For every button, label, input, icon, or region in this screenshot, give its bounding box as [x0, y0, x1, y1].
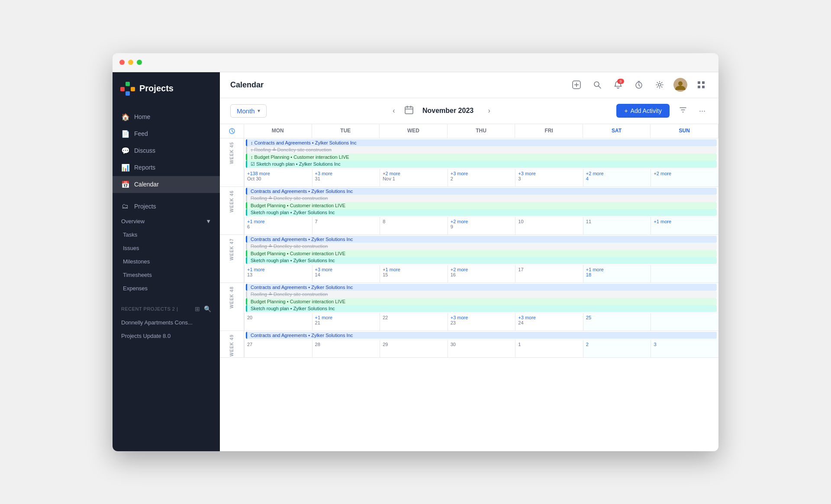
day-31[interactable]: +3 more 31	[312, 169, 380, 186]
day-5[interactable]: +2 more	[651, 169, 718, 186]
search-button[interactable]	[590, 78, 604, 92]
day-9[interactable]: +2 more 9	[448, 217, 515, 234]
notification-button[interactable]: 9	[611, 78, 625, 92]
day-12[interactable]: +1 more	[651, 217, 718, 234]
event-contracts-2[interactable]: Contracts and Agreements • Zylker Soluti…	[246, 188, 717, 195]
sidebar-item-reports[interactable]: 📊 Reports	[113, 159, 220, 176]
filter-icon[interactable]: ⊞	[195, 305, 200, 312]
day-27[interactable]: 27	[244, 340, 312, 357]
recent-project-donnelly[interactable]: Donnelly Apartments Cons...	[113, 316, 220, 329]
day-30[interactable]: 30	[448, 340, 515, 357]
day-20[interactable]: 20	[244, 313, 312, 331]
timer-button[interactable]	[632, 78, 646, 92]
day-4[interactable]: +2 more 4	[583, 169, 651, 186]
sidebar-item-issues[interactable]: Issues	[113, 241, 220, 255]
sidebar-item-discuss[interactable]: 💬 Discuss	[113, 142, 220, 159]
sidebar-item-tasks[interactable]: Tasks	[113, 228, 220, 241]
event-contracts-3[interactable]: Contracts and Agreements • Zylker Soluti…	[246, 236, 717, 243]
day-8[interactable]: 8	[380, 217, 448, 234]
sidebar-item-calendar[interactable]: 📅 Calendar	[113, 176, 220, 193]
sidebar-item-timesheets[interactable]: Timesheets	[113, 268, 220, 282]
event-roofing-2[interactable]: Roofing ≛ Donelley site construction	[246, 195, 717, 202]
more-link[interactable]: +1 more	[654, 219, 716, 224]
settings-button[interactable]	[653, 78, 667, 92]
month-dropdown[interactable]: Month ▾	[230, 104, 267, 118]
next-button[interactable]: ›	[482, 104, 496, 118]
event-sketch-2[interactable]: Sketch rough plan • Zylker Solutions Inc	[246, 209, 717, 216]
more-link[interactable]: +3 more	[315, 171, 377, 176]
event-budget-3[interactable]: Budget Planning • Customer interaction L…	[246, 250, 717, 257]
day-6[interactable]: +1 more 6	[244, 217, 312, 234]
more-options-button[interactable]: ···	[696, 104, 708, 118]
day-dec1[interactable]: 1	[515, 340, 583, 357]
day-17[interactable]: 17	[515, 265, 583, 282]
event-contracts-4[interactable]: Contracts and Agreements • Zylker Soluti…	[246, 284, 717, 291]
more-link[interactable]: +2 more	[383, 171, 445, 176]
sidebar-item-milestones[interactable]: Milestones	[113, 255, 220, 268]
more-link[interactable]: +3 more	[518, 315, 580, 320]
more-link[interactable]: +3 more	[451, 171, 513, 176]
more-link[interactable]: +1 more	[247, 267, 309, 272]
more-link[interactable]: +1 more	[586, 267, 648, 272]
prev-button[interactable]: ‹	[387, 104, 401, 118]
calendar-today-icon[interactable]	[404, 105, 414, 117]
day-29[interactable]: 29	[380, 340, 448, 357]
avatar[interactable]	[673, 78, 687, 92]
more-link[interactable]: +3 more	[451, 315, 513, 320]
overview-toggle[interactable]: Overview ▼	[113, 215, 220, 228]
event-roofing-3[interactable]: Roofing ≛ Donelley site construction	[246, 243, 717, 250]
recent-project-update[interactable]: Projects Update 8.0	[113, 329, 220, 343]
sidebar-item-home[interactable]: 🏠 Home	[113, 109, 220, 125]
more-link[interactable]: +1 more	[383, 267, 445, 272]
event-contracts-1[interactable]: ↕ Contracts and Agreements • Zylker Solu…	[246, 139, 717, 146]
day-13[interactable]: +1 more 13	[244, 265, 312, 282]
event-sketch-1[interactable]: ☑ Sketch rough plan • Zylker Solutions I…	[246, 161, 717, 168]
sidebar-item-feed[interactable]: 📄 Feed	[113, 125, 220, 142]
more-link[interactable]: +3 more	[518, 171, 580, 176]
add-button[interactable]	[570, 78, 583, 92]
day-24[interactable]: +3 more 24	[515, 313, 583, 331]
day-22[interactable]: 22	[380, 313, 448, 331]
event-budget-1[interactable]: ↕ Budget Planning • Customer interaction…	[246, 154, 717, 161]
day-26[interactable]	[651, 313, 718, 331]
more-link[interactable]: +2 more	[451, 219, 513, 224]
event-budget-4[interactable]: Budget Planning • Customer interaction L…	[246, 298, 717, 305]
day-28[interactable]: 28	[312, 340, 380, 357]
more-link[interactable]: +2 more	[451, 267, 513, 272]
more-link[interactable]: +3 more	[315, 267, 377, 272]
sidebar-item-expenses[interactable]: Expenses	[113, 282, 220, 295]
day-3[interactable]: +3 more 3	[515, 169, 583, 186]
day-dec3[interactable]: 3	[651, 340, 718, 357]
more-link[interactable]: +2 more	[586, 171, 648, 176]
more-link[interactable]: +2 more	[654, 171, 716, 176]
day-oct30[interactable]: +138 more Oct 30	[244, 169, 312, 186]
day-19[interactable]	[651, 265, 718, 282]
day-14[interactable]: +3 more 14	[312, 265, 380, 282]
day-16[interactable]: +2 more 16	[448, 265, 515, 282]
day-15[interactable]: +1 more 15	[380, 265, 448, 282]
day-dec2[interactable]: 2	[583, 340, 651, 357]
minimize-button[interactable]	[128, 60, 133, 65]
close-button[interactable]	[119, 60, 125, 65]
day-23[interactable]: +3 more 23	[448, 313, 515, 331]
filter-button[interactable]	[676, 103, 689, 119]
event-roofing-1[interactable]: ↕ Roofing ≛ Donelley site construction	[246, 146, 717, 154]
day-11[interactable]: 11	[583, 217, 651, 234]
event-roofing-4[interactable]: Roofing ≛ Donelley site construction	[246, 291, 717, 298]
event-budget-2[interactable]: Budget Planning • Customer interaction L…	[246, 202, 717, 209]
day-10[interactable]: 10	[515, 217, 583, 234]
day-21[interactable]: +1 more 21	[312, 313, 380, 331]
grid-button[interactable]	[694, 78, 708, 92]
event-contracts-5[interactable]: Contracts and Agreements • Zylker Soluti…	[246, 332, 717, 339]
day-nov1[interactable]: +2 more Nov 1	[380, 169, 448, 186]
day-7[interactable]: 7	[312, 217, 380, 234]
day-25[interactable]: 25	[583, 313, 651, 331]
search-icon[interactable]: 🔍	[204, 305, 212, 312]
more-link[interactable]: +1 more	[247, 219, 309, 224]
more-link[interactable]: +138 more	[247, 171, 309, 176]
event-sketch-3[interactable]: Sketch rough plan • Zylker Solutions Inc	[246, 257, 717, 264]
maximize-button[interactable]	[137, 60, 142, 65]
more-link[interactable]: +1 more	[315, 315, 377, 320]
day-18[interactable]: +1 more 18	[583, 265, 651, 282]
event-sketch-4[interactable]: Sketch rough plan • Zylker Solutions Inc	[246, 305, 717, 312]
